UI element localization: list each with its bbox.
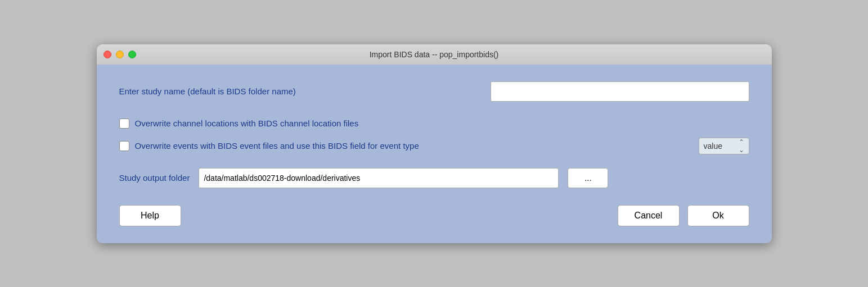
overwrite-events-checkbox[interactable] <box>119 141 129 151</box>
close-button[interactable] <box>104 51 111 58</box>
content-area: Enter study name (default is BIDS folder… <box>97 65 772 243</box>
overwrite-events-row: Overwrite events with BIDS event files a… <box>119 138 749 154</box>
window-controls <box>104 51 136 58</box>
overwrite-channels-label: Overwrite channel locations with BIDS ch… <box>135 119 359 128</box>
overwrite-channels-row: Overwrite channel locations with BIDS ch… <box>119 119 749 129</box>
ok-button[interactable]: Ok <box>687 205 749 226</box>
folder-input[interactable] <box>199 168 559 188</box>
study-name-input[interactable] <box>491 81 749 102</box>
help-button[interactable]: Help <box>119 205 181 226</box>
right-buttons: Cancel Ok <box>618 205 749 226</box>
cancel-button[interactable]: Cancel <box>618 205 680 226</box>
study-name-row: Enter study name (default is BIDS folder… <box>119 81 749 102</box>
button-row: Help Cancel Ok <box>119 205 749 226</box>
study-name-label: Enter study name (default is BIDS folder… <box>119 86 296 96</box>
folder-label: Study output folder <box>119 173 190 183</box>
bids-field-select[interactable]: value ⌃⌄ <box>699 138 749 154</box>
maximize-button[interactable] <box>128 51 136 58</box>
overwrite-channels-checkbox[interactable] <box>119 119 129 129</box>
folder-row: Study output folder ... <box>119 168 749 188</box>
bids-field-value: value <box>704 142 722 151</box>
chevron-updown-icon: ⌃⌄ <box>739 138 744 154</box>
main-window: Import BIDS data -- pop_importbids() Ent… <box>97 44 772 243</box>
minimize-button[interactable] <box>116 51 124 58</box>
title-bar: Import BIDS data -- pop_importbids() <box>97 44 772 65</box>
overwrite-events-label: Overwrite events with BIDS event files a… <box>135 141 419 151</box>
window-title: Import BIDS data -- pop_importbids() <box>370 50 499 59</box>
browse-button[interactable]: ... <box>568 168 608 188</box>
